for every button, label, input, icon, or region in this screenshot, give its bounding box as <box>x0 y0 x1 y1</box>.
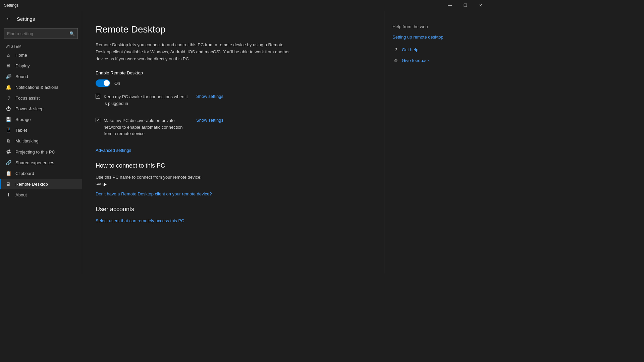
toggle-row: On <box>96 79 364 87</box>
sidebar-item-label-projecting: Projecting to this PC <box>15 149 55 155</box>
sidebar-item-label-notifications: Notifications & actions <box>15 85 58 90</box>
sidebar-item-tablet[interactable]: 📱Tablet <box>0 125 82 135</box>
give-feedback-icon: ☺ <box>392 57 399 64</box>
checkbox2-text: Make my PC discoverable on private netwo… <box>104 117 191 137</box>
sidebar-item-label-focus: Focus assist <box>15 96 40 101</box>
section-label: System <box>0 42 82 50</box>
sidebar-item-sound[interactable]: 🔊Sound <box>0 71 82 82</box>
checkbox1-text: Keep my PC awake for connections when it… <box>104 94 191 107</box>
sidebar-item-home[interactable]: ⌂Home <box>0 50 82 60</box>
sidebar-item-power[interactable]: ⏻Power & sleep <box>0 103 82 114</box>
give-feedback-action[interactable]: ☺ Give feedback <box>392 57 477 64</box>
sidebar-item-shared[interactable]: 🔗Shared experiences <box>0 157 82 168</box>
remote-desktop-toggle[interactable] <box>96 79 110 87</box>
search-input[interactable] <box>7 31 69 36</box>
checkbox1-inner: Keep my PC awake for connections when it… <box>96 94 191 107</box>
sidebar-item-label-shared: Shared experiences <box>15 160 54 165</box>
home-icon: ⌂ <box>5 52 11 58</box>
sidebar-item-label-sound: Sound <box>15 74 28 79</box>
sidebar-item-label-clipboard: Clipboard <box>15 171 34 176</box>
focus-icon: ☽ <box>5 95 11 101</box>
checkbox2-inner: Make my PC discoverable on private netwo… <box>96 117 191 137</box>
power-icon: ⏻ <box>5 106 11 111</box>
sidebar-item-label-about: About <box>15 192 27 197</box>
sidebar-item-label-power: Power & sleep <box>15 106 44 111</box>
pc-name: cougar <box>96 181 364 186</box>
give-feedback-label[interactable]: Give feedback <box>402 58 430 63</box>
sidebar-item-label-multitasking: Multitasking <box>15 138 39 143</box>
show-settings-link-2[interactable]: Show settings <box>196 118 223 123</box>
nav-items-container: ⌂Home🖥Display🔊Sound🔔Notifications & acti… <box>0 50 82 200</box>
clipboard-icon: 📋 <box>5 171 11 176</box>
checkbox1-row: Keep my PC awake for connections when it… <box>96 94 364 112</box>
sidebar-item-label-display: Display <box>15 63 30 68</box>
sidebar-header: ← Settings <box>0 11 82 27</box>
notifications-icon: 🔔 <box>5 84 11 90</box>
sidebar-item-multitasking[interactable]: ⧉Multitasking <box>0 135 82 146</box>
titlebar-controls: — ❐ ✕ <box>442 0 488 11</box>
remote-desktop-icon: 🖥 <box>5 181 11 187</box>
display-icon: 🖥 <box>5 63 11 68</box>
sidebar-item-clipboard[interactable]: 📋Clipboard <box>0 168 82 179</box>
get-help-icon: ? <box>392 46 399 53</box>
page-title: Remote Desktop <box>96 24 364 35</box>
sound-icon: 🔊 <box>5 74 11 79</box>
get-help-label[interactable]: Get help <box>402 47 418 52</box>
toggle-state-label: On <box>114 81 120 86</box>
restore-button[interactable]: ❐ <box>458 0 473 11</box>
sidebar: ← Settings 🔍 System ⌂Home🖥Display🔊Sound🔔… <box>0 11 82 274</box>
sidebar-item-label-storage: Storage <box>15 117 31 122</box>
search-icon[interactable]: 🔍 <box>69 31 75 36</box>
show-settings-link-1[interactable]: Show settings <box>196 94 223 99</box>
sidebar-item-label-tablet: Tablet <box>15 128 27 133</box>
sidebar-item-label-remote-desktop: Remote Desktop <box>15 182 48 187</box>
sidebar-item-display[interactable]: 🖥Display <box>0 60 82 71</box>
sidebar-item-storage[interactable]: 💾Storage <box>0 114 82 125</box>
sidebar-item-focus[interactable]: ☽Focus assist <box>0 93 82 103</box>
sidebar-item-about[interactable]: ℹAbout <box>0 189 82 200</box>
projecting-icon: 📽 <box>5 149 11 155</box>
setting-up-remote-desktop-link[interactable]: Setting up remote desktop <box>392 35 477 40</box>
app-container: ← Settings 🔍 System ⌂Home🖥Display🔊Sound🔔… <box>0 11 488 274</box>
main-content: Remote Desktop Remote Desktop lets you c… <box>82 11 384 274</box>
user-accounts-title: User accounts <box>96 206 364 213</box>
search-box[interactable]: 🔍 <box>4 28 78 39</box>
advanced-settings-link[interactable]: Advanced settings <box>96 148 364 153</box>
sidebar-item-notifications[interactable]: 🔔Notifications & actions <box>0 82 82 93</box>
right-panel: Help from the web Setting up remote desk… <box>384 11 485 274</box>
checkbox2-row: Make my PC discoverable on private netwo… <box>96 117 364 142</box>
sidebar-item-projecting[interactable]: 📽Projecting to this PC <box>0 146 82 157</box>
titlebar-title: Settings <box>4 3 18 8</box>
checkbox2[interactable] <box>96 118 100 122</box>
minimize-button[interactable]: — <box>442 0 458 11</box>
sidebar-app-title: Settings <box>17 16 35 22</box>
about-icon: ℹ <box>5 192 11 197</box>
close-button[interactable]: ✕ <box>473 0 488 11</box>
select-users-link[interactable]: Select users that can remotely access th… <box>96 218 364 223</box>
titlebar: Settings — ❐ ✕ <box>0 0 488 11</box>
help-from-web-title: Help from the web <box>392 24 477 29</box>
multitasking-icon: ⧉ <box>5 138 11 144</box>
description: Remote Desktop lets you connect to and c… <box>96 42 290 62</box>
enable-heading: Enable Remote Desktop <box>96 70 364 75</box>
connect-section-title: How to connect to this PC <box>96 162 364 169</box>
no-client-link[interactable]: Don't have a Remote Desktop client on yo… <box>96 191 364 196</box>
back-button[interactable]: ← <box>4 14 13 23</box>
pc-name-label: Use this PC name to connect from your re… <box>96 175 364 180</box>
shared-icon: 🔗 <box>5 160 11 165</box>
sidebar-item-label-home: Home <box>15 53 27 58</box>
storage-icon: 💾 <box>5 117 11 122</box>
sidebar-item-remote-desktop[interactable]: 🖥Remote Desktop <box>0 179 82 189</box>
checkbox1[interactable] <box>96 94 100 99</box>
get-help-action[interactable]: ? Get help <box>392 46 477 53</box>
tablet-icon: 📱 <box>5 127 11 133</box>
